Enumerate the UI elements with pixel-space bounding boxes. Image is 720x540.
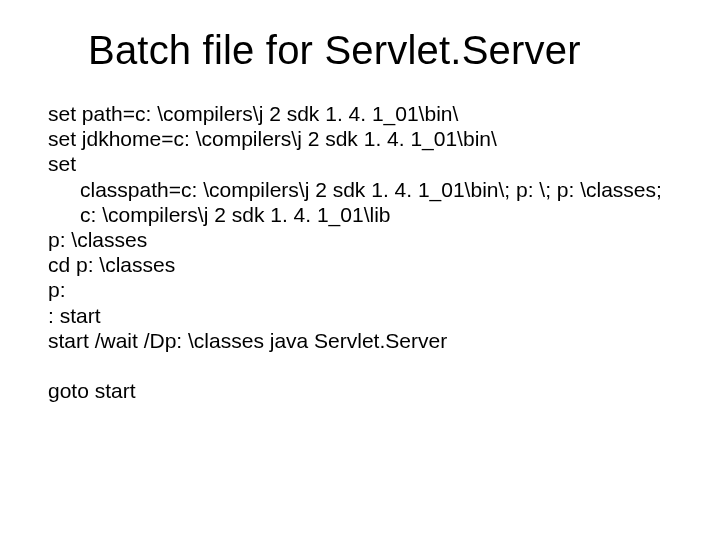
slide-title: Batch file for Servlet.Server — [88, 28, 672, 73]
code-line: : start — [48, 303, 672, 328]
blank-line — [48, 353, 672, 378]
code-line: p: \classes — [48, 227, 672, 252]
code-line: goto start — [48, 378, 672, 403]
slide-body: set path=c: \compilers\j 2 sdk 1. 4. 1_0… — [48, 101, 672, 403]
code-line: set path=c: \compilers\j 2 sdk 1. 4. 1_0… — [48, 101, 672, 126]
code-line: set jdkhome=c: \compilers\j 2 sdk 1. 4. … — [48, 126, 672, 151]
code-line: classpath=c: \compilers\j 2 sdk 1. 4. 1_… — [48, 177, 672, 202]
code-line: set — [48, 151, 672, 176]
slide: Batch file for Servlet.Server set path=c… — [0, 0, 720, 540]
code-line: cd p: \classes — [48, 252, 672, 277]
code-line: p: — [48, 277, 672, 302]
code-line: start /wait /Dp: \classes java Servlet.S… — [48, 328, 672, 353]
code-line: c: \compilers\j 2 sdk 1. 4. 1_01\lib — [48, 202, 672, 227]
